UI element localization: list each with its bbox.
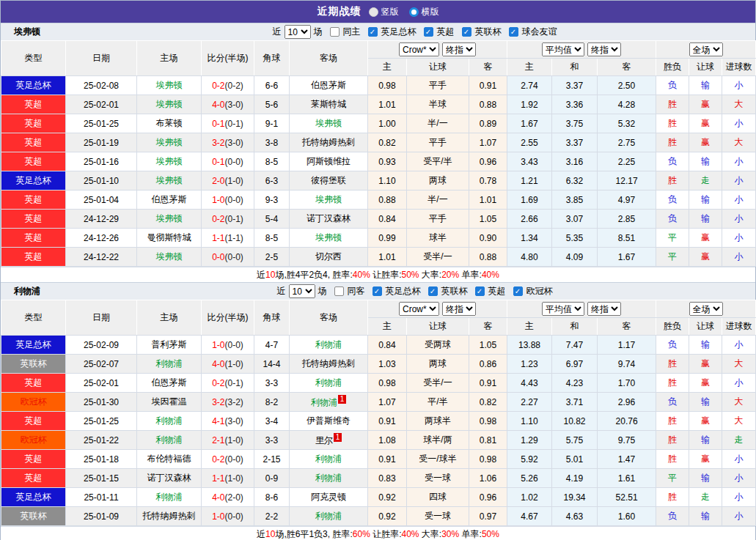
league-filter-checkbox[interactable]: ✓ <box>513 286 523 296</box>
result-goals: 小 <box>722 469 756 488</box>
home-team: 利物浦 <box>137 355 202 374</box>
corner-score: 3-8 <box>254 133 290 152</box>
average-odds-select[interactable]: 平均值 <box>542 42 584 56</box>
avg-away-odds: 1.47 <box>598 450 656 469</box>
home-team: 利物浦 <box>137 412 202 431</box>
match-count-select[interactable]: 10 <box>289 284 315 298</box>
corner-score: 8-2 <box>254 393 290 412</box>
radio-selected-icon[interactable] <box>369 7 378 17</box>
filter-controls: 近10场同主✓英足总杯✓英超✓英联杯✓球会友谊 <box>273 25 557 39</box>
match-date: 25-02-07 <box>66 355 137 374</box>
home-team: 埃弗顿 <box>137 210 202 229</box>
fulltime-score: 1-0 <box>212 195 224 205</box>
crow-home-odds: 0.98 <box>368 76 407 95</box>
corner-score: 5-4 <box>254 210 290 229</box>
title-bar: 近期战绩 竖版横版 <box>1 1 755 23</box>
summary-segment: 60% <box>353 529 370 539</box>
result-goals: 小 <box>722 488 756 507</box>
fulltime-score: 1-0 <box>212 511 224 522</box>
handicap-line: 受半/一 <box>407 248 469 267</box>
handicap-line: 受两球 <box>407 336 469 355</box>
league-badge: 欧冠杯 <box>1 393 66 412</box>
check-icon: ✓ <box>374 288 380 295</box>
match-row: 英足总杯25-01-11利物浦4-0(2-0)8-6阿克灵顿0.92四球0.96… <box>1 488 756 507</box>
league-filter-checkbox[interactable]: ✓ <box>368 27 378 37</box>
corner-score: 0-9 <box>254 469 290 488</box>
avg-home-odds: 4.67 <box>507 507 552 526</box>
halftime-score: (2-0) <box>225 492 243 503</box>
result-outcome: 胜 <box>656 114 689 133</box>
corner-score: 2-2 <box>254 507 290 526</box>
average-odds-select[interactable]: 平均值 <box>542 302 584 316</box>
handicap-line: 半/一 <box>407 191 469 210</box>
result-outcome: 负 <box>656 76 689 95</box>
final-index-select[interactable]: 终指 <box>587 42 621 56</box>
crow-odds-select[interactable]: Crow* <box>399 302 439 316</box>
handicap-line: 两球 <box>407 355 469 374</box>
away-team-cell: 里尔1 <box>290 431 368 450</box>
league-badge: 英超 <box>1 229 66 248</box>
league-badge: 欧冠杯 <box>1 431 66 450</box>
final-index-select[interactable]: 终指 <box>587 302 621 316</box>
crow-odds-select[interactable]: Crow* <box>399 42 439 56</box>
layout-radio-option[interactable]: 竖版 <box>369 6 399 18</box>
handicap-line: 半球 <box>407 95 469 114</box>
result-goals: 小 <box>722 229 756 248</box>
match-count-select[interactable]: 10 <box>285 25 311 39</box>
league-badge: 英足总杯 <box>1 488 66 507</box>
result-goals: 小 <box>722 114 756 133</box>
league-filter-checkbox[interactable]: ✓ <box>428 286 438 296</box>
full-match-select[interactable]: 全场 <box>689 302 723 316</box>
result-handicap: 赢 <box>689 374 722 393</box>
corner-score: 3-3 <box>254 374 290 393</box>
full-match-select[interactable]: 全场 <box>689 42 723 56</box>
league-filter-checkbox[interactable]: ✓ <box>424 27 433 37</box>
odds-subcolumn-header: 主 <box>507 318 552 336</box>
avg-home-odds: 2.74 <box>507 76 552 95</box>
halftime-score: (0-0) <box>225 252 243 262</box>
final-index-select[interactable]: 终指 <box>442 302 476 316</box>
halftime-score: (1-0) <box>225 435 243 445</box>
away-team-cell: 利物浦 <box>290 507 368 526</box>
away-team: 彼得堡联 <box>311 175 346 185</box>
odds-group-header: 平均值终指 <box>507 41 656 59</box>
away-team: 托特纳姆热刺 <box>302 137 355 147</box>
crow-away-odds: 0.82 <box>469 393 507 412</box>
summary-segment: 50% <box>401 270 419 280</box>
league-filter-checkbox[interactable]: ✓ <box>373 286 382 296</box>
score-cell: 0-1(0-0) <box>202 152 254 171</box>
league-filter-checkbox[interactable]: ✓ <box>462 27 471 37</box>
radio-unselected-icon[interactable] <box>409 7 419 17</box>
result-goals: 小 <box>722 336 756 355</box>
column-header: 日期 <box>66 41 137 76</box>
recent-results-panel: 近期战绩 竖版横版 埃弗顿近10场同主✓英足总杯✓英超✓英联杯✓球会友谊类型日期… <box>0 0 756 540</box>
odds-group-header: 全场 <box>656 41 756 59</box>
result-handicap: 赢 <box>689 114 722 133</box>
layout-radio-option[interactable]: 横版 <box>409 6 439 18</box>
score-cell: 3-2(3-2) <box>202 393 254 412</box>
league-filter-checkbox[interactable]: ✓ <box>475 286 485 296</box>
same-venue-checkbox[interactable] <box>334 286 344 296</box>
crow-home-odds: 0.91 <box>368 412 407 431</box>
avg-away-odds: 2.96 <box>598 393 656 412</box>
home-team: 布莱顿 <box>137 114 202 133</box>
corner-score: 3-4 <box>254 412 290 431</box>
odds-subcolumn-header: 客 <box>598 318 656 336</box>
halftime-score: (0-0) <box>225 157 243 167</box>
match-row: 英超25-01-15诺丁汉森林1-1(1-0)0-9利物浦0.83受一球1.06… <box>1 469 756 488</box>
league-filter-checkbox[interactable]: ✓ <box>509 27 518 37</box>
match-row: 英超25-02-01埃弗顿4-0(3-0)5-6莱斯特城1.01半球0.881.… <box>1 95 756 114</box>
filter-controls: 近10场同客✓英足总杯✓英联杯✓英超✓欧冠杯 <box>277 284 553 298</box>
final-index-select[interactable]: 终指 <box>442 42 476 56</box>
avg-away-odds: 2.75 <box>598 133 656 152</box>
games-label: 场 <box>314 26 323 38</box>
same-venue-checkbox[interactable] <box>330 27 340 37</box>
avg-draw-odds: 4.63 <box>552 507 598 526</box>
avg-draw-odds: 3.85 <box>552 191 598 210</box>
fulltime-score: 0-0 <box>212 252 224 262</box>
halftime-score: (0-2) <box>225 81 243 91</box>
avg-draw-odds: 5.35 <box>552 229 598 248</box>
summary-segment: 10 <box>265 529 275 539</box>
away-team-cell: 利物浦 <box>290 336 368 355</box>
league-filter-label: 英超 <box>488 285 506 297</box>
